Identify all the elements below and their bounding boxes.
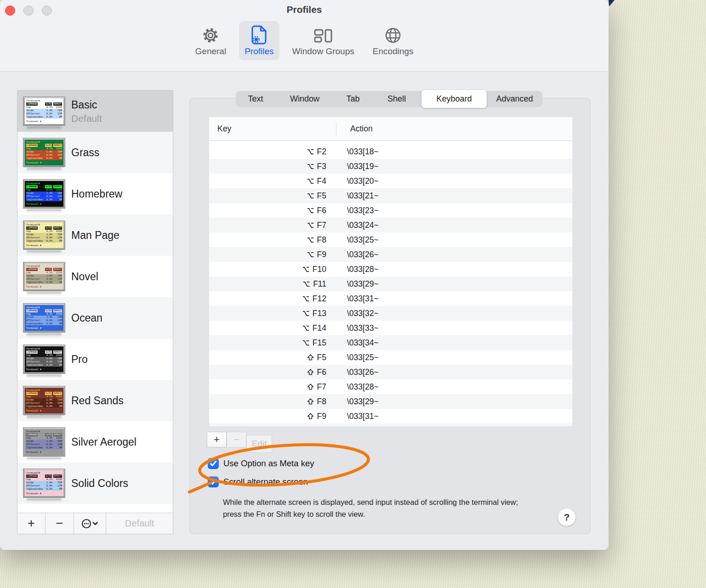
sidebar-item-grass[interactable]: Terminal# COMMAND%CPURPRVT top4.1%231KXc… (17, 132, 173, 173)
table-row[interactable]: F9 \033[31~ (209, 409, 572, 424)
sidebar-item-basic[interactable]: Terminal# COMMAND%CPURPRVT top4.1%231KXc… (17, 90, 173, 132)
option-key-icon (307, 222, 314, 228)
use-option-as-meta-key-checkbox[interactable] (208, 458, 219, 469)
profile-name: Ocean (71, 312, 102, 324)
profile-name: Basic (71, 99, 102, 111)
column-header-action: Action (350, 124, 373, 134)
table-row[interactable]: F6 \033[23~ (209, 203, 572, 218)
table-row[interactable]: F8 \033[25~ (209, 232, 572, 247)
table-row[interactable]: F6 \033[26~ (209, 365, 572, 379)
toolbar-item-general[interactable]: General (190, 21, 232, 60)
tab-tab[interactable]: Tab (334, 91, 372, 107)
table-row[interactable]: F7 \033[24~ (209, 218, 572, 232)
scroll-alternate-screen-checkbox[interactable] (208, 476, 219, 487)
window-chrome: Profiles General (0, 0, 609, 72)
toolbar-item-label: Window Groups (292, 46, 354, 57)
profile-labels: Novel (71, 271, 98, 283)
tab-keyboard[interactable]: Keyboard (421, 90, 487, 108)
key-cell: F14 (209, 323, 336, 333)
toolbar-item-label: Encodings (373, 46, 414, 57)
key-cell: F7 (209, 382, 336, 392)
table-row[interactable]: F9 \033[26~ (209, 247, 572, 262)
option-key-icon (302, 311, 309, 317)
column-separator (336, 123, 336, 136)
thumbnail-reflection (27, 333, 62, 337)
remove-profile-button[interactable]: − (46, 513, 74, 534)
table-row[interactable]: F2 \033[18~ (209, 144, 572, 159)
table-row[interactable]: F10 \033[28~ (209, 262, 572, 277)
key-cell: F8 (209, 397, 336, 407)
checkbox-label: Scroll alternate screen (223, 477, 308, 487)
table-row[interactable]: F4 \033[20~ (209, 174, 572, 188)
toolbar-item-window-groups[interactable]: Window Groups (287, 21, 360, 60)
keyboard-table-header: Key Action (209, 117, 572, 141)
action-cell: \033[31~ (336, 294, 379, 304)
profile-name: Man Page (71, 229, 120, 242)
table-row[interactable]: F14 \033[33~ (209, 321, 572, 335)
profile-thumbnail: Terminal# COMMAND%CPURPRVT top4.1%231KXc… (23, 386, 65, 415)
table-row[interactable]: F7 \033[28~ (209, 379, 572, 394)
profile-name: Red Sands (71, 395, 124, 407)
tab-window[interactable]: Window (275, 91, 334, 107)
checkmark-icon (210, 479, 217, 485)
option-key-icon (307, 237, 314, 243)
table-row[interactable]: F15 \033[34~ (209, 335, 572, 350)
tab-shell[interactable]: Shell (372, 91, 421, 107)
shift-key-icon (307, 384, 314, 390)
toolbar-item-encodings[interactable]: Encodings (367, 21, 419, 60)
table-row[interactable]: F8 \033[29~ (209, 394, 572, 409)
column-header-key: Key (209, 124, 231, 134)
scrolled-row-sliver (209, 424, 572, 426)
action-cell: \033[32~ (336, 309, 379, 318)
profile-labels: Grass (71, 147, 99, 159)
action-cell: \033[28~ (336, 382, 379, 392)
table-row[interactable]: F5 \033[21~ (209, 188, 572, 203)
profile-thumbnail: Terminal# COMMAND%CPURPRVT top4.1%231KXc… (23, 97, 65, 125)
option-key-icon (302, 296, 309, 302)
set-default-button[interactable]: Default (106, 513, 173, 534)
sidebar-item-novel[interactable]: Terminal# COMMAND%CPURPRVT top4.1%231KXc… (17, 256, 173, 297)
profile-actions-menu-button[interactable] (74, 513, 106, 534)
add-profile-button[interactable]: + (17, 513, 46, 534)
option-key-icon (307, 149, 314, 155)
tab-text[interactable]: Text (236, 91, 275, 107)
edit-key-mapping-button[interactable]: Edit (246, 435, 272, 452)
thumbnail-reflection (27, 126, 62, 130)
key-cell: F4 (209, 176, 336, 186)
toolbar-item-profiles[interactable]: Profiles (239, 21, 279, 60)
window-groups-icon (313, 24, 333, 45)
table-row[interactable]: F13 \033[32~ (209, 306, 572, 321)
option-key-icon (302, 340, 309, 346)
sidebar-item-homebrew[interactable]: Terminal# COMMAND%CPURPRVT top4.1%231KXc… (17, 173, 173, 215)
alternate-screen-help-text: While the alternate screen is displayed,… (223, 496, 530, 520)
table-row[interactable]: F3 \033[19~ (209, 159, 572, 174)
keyboard-table: Key Action F2 \033[18~ F3 \033[19~ F4 \0… (209, 117, 572, 426)
profile-labels: Man Page (71, 229, 120, 242)
sidebar-item-ocean[interactable]: Terminal# COMMAND%CPURPRVT top4.1%231KXc… (17, 297, 173, 339)
add-key-mapping-button[interactable]: + (207, 432, 227, 447)
sidebar-item-pro[interactable]: Terminal# COMMAND%CPURPRVT top4.1%231KXc… (17, 339, 173, 380)
profile-document-icon (251, 24, 268, 45)
table-row[interactable]: F5 \033[25~ (209, 350, 572, 365)
thumbnail-reflection (27, 374, 62, 378)
profile-thumbnail: Terminal# COMMAND%CPURPRVT top4.1%231KXc… (23, 221, 65, 249)
table-row[interactable]: F11 \033[29~ (209, 277, 572, 291)
sidebar-item-man-page[interactable]: Terminal# COMMAND%CPURPRVT top4.1%231KXc… (17, 215, 173, 256)
action-cell: \033[29~ (336, 397, 379, 407)
remove-key-mapping-button[interactable]: − (227, 432, 246, 447)
checkmark-icon (210, 460, 217, 467)
toolbar-item-label: General (195, 46, 227, 57)
gear-icon (201, 24, 220, 45)
tab-advanced[interactable]: Advanced (487, 91, 542, 107)
sidebar-item-solid-colors[interactable]: Terminal# COMMAND%CPURPRVT top4.1%231KXc… (17, 463, 173, 504)
thumbnail-reflection (27, 457, 62, 461)
table-row[interactable]: F12 \033[31~ (209, 291, 572, 306)
action-cell: \033[25~ (336, 353, 379, 362)
profile-labels: Homebrew (71, 188, 122, 200)
sidebar-item-silver-aerogel[interactable]: Terminal# COMMAND%CPURPRVT top4.1%231KXc… (17, 421, 173, 463)
help-button[interactable]: ? (558, 509, 575, 526)
option-key-icon (307, 178, 314, 184)
profile-thumbnail: Terminal# COMMAND%CPURPRVT top4.1%231KXc… (23, 138, 65, 167)
sidebar-item-red-sands[interactable]: Terminal# COMMAND%CPURPRVT top4.1%231KXc… (17, 380, 173, 421)
globe-icon (383, 24, 403, 45)
